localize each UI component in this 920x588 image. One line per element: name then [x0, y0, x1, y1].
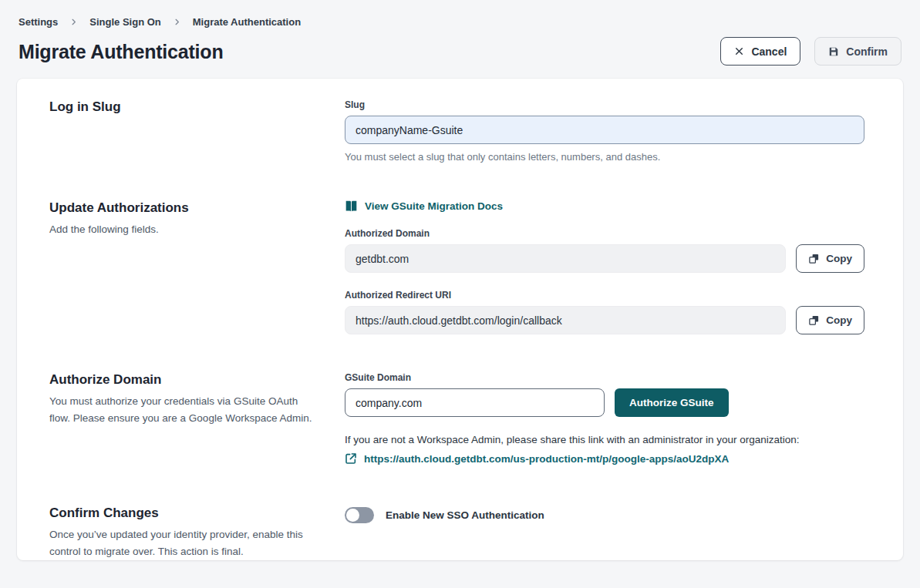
x-icon: [734, 46, 744, 56]
authorize-gsuite-button[interactable]: Authorize GSuite: [615, 388, 729, 417]
gsuite-migration-docs-link-label: View GSuite Migration Docs: [365, 200, 503, 212]
slug-label: Slug: [345, 99, 864, 110]
section-description: Add the following fields.: [49, 221, 317, 238]
confirm-button[interactable]: Confirm: [814, 37, 901, 66]
authorized-redirect-uri-value: [345, 306, 786, 334]
cancel-button-label: Cancel: [751, 45, 787, 58]
copy-redirect-uri-button[interactable]: Copy: [796, 306, 864, 334]
confirm-button-label: Confirm: [846, 45, 888, 58]
section-confirm-changes: Confirm Changes Once you’ve updated your…: [49, 506, 864, 559]
external-link-icon: [345, 452, 357, 465]
copy-button-label: Copy: [826, 314, 852, 326]
top-bar: Settings Single Sign On Migrate Authenti…: [0, 0, 920, 66]
cancel-button[interactable]: Cancel: [720, 37, 800, 66]
page: Settings Single Sign On Migrate Authenti…: [0, 0, 920, 588]
settings-card: Log in Slug Slug You must select a slug …: [17, 79, 903, 560]
copy-button-label: Copy: [826, 253, 852, 264]
workspace-admin-note: If you are not a Workspace Admin, please…: [345, 434, 864, 445]
chevron-right-icon: [69, 18, 78, 26]
copy-authorized-domain-button[interactable]: Copy: [796, 244, 864, 273]
slug-input[interactable]: [345, 116, 864, 144]
authorized-domain-group: Authorized Domain Copy: [345, 228, 864, 273]
page-title: Migrate Authentication: [19, 40, 224, 63]
section-authorize-domain-intro: Authorize Domain You must authorize your…: [49, 372, 345, 426]
breadcrumb-single-sign-on[interactable]: Single Sign On: [89, 16, 160, 28]
gsuite-migration-docs-link[interactable]: View GSuite Migration Docs: [345, 200, 503, 212]
section-heading: Log in Slug: [49, 99, 317, 115]
copy-icon: [808, 314, 820, 326]
gsuite-domain-label: GSuite Domain: [345, 372, 864, 383]
section-confirm-changes-intro: Confirm Changes Once you’ve updated your…: [49, 506, 345, 559]
save-icon: [828, 46, 839, 57]
copy-icon: [808, 253, 820, 264]
sso-toggle-row: Enable New SSO Authentication: [345, 507, 864, 523]
section-heading: Confirm Changes: [49, 506, 317, 521]
section-heading: Update Authorizations: [49, 200, 317, 216]
slug-helper-text: You must select a slug that only contain…: [345, 151, 864, 163]
gsuite-domain-input[interactable]: [345, 388, 605, 417]
section-update-authorizations: Update Authorizations Add the following …: [49, 200, 864, 334]
authorized-redirect-uri-label: Authorized Redirect URI: [345, 290, 864, 301]
breadcrumb: Settings Single Sign On Migrate Authenti…: [19, 16, 901, 28]
authorized-redirect-uri-group: Authorized Redirect URI Copy: [345, 290, 864, 334]
section-heading: Authorize Domain: [49, 372, 317, 388]
page-header: Migrate Authentication Cancel Confirm: [19, 37, 901, 66]
enable-new-sso-toggle-label: Enable New SSO Authentication: [386, 509, 544, 521]
authorized-domain-label: Authorized Domain: [345, 228, 864, 239]
share-authorization-link-label: https://auth.cloud.getdbt.com/us-product…: [364, 453, 729, 465]
section-login-slug: Log in Slug Slug You must select a slug …: [49, 99, 864, 163]
share-authorization-link[interactable]: https://auth.cloud.getdbt.com/us-product…: [345, 452, 729, 465]
breadcrumb-migrate-authentication: Migrate Authentication: [193, 16, 301, 28]
breadcrumb-settings[interactable]: Settings: [19, 16, 58, 28]
toggle-knob: [346, 509, 359, 522]
section-authorize-domain: Authorize Domain You must authorize your…: [49, 372, 864, 468]
section-description: Once you’ve updated your identity provid…: [49, 526, 317, 559]
authorized-domain-value: [345, 244, 786, 273]
section-update-authorizations-intro: Update Authorizations Add the following …: [49, 200, 345, 238]
section-description: You must authorize your credentials via …: [49, 393, 317, 426]
book-icon: [345, 200, 358, 212]
chevron-right-icon: [173, 18, 181, 26]
section-login-slug-intro: Log in Slug: [49, 99, 345, 120]
header-actions: Cancel Confirm: [720, 37, 901, 66]
enable-new-sso-toggle[interactable]: [345, 507, 374, 523]
